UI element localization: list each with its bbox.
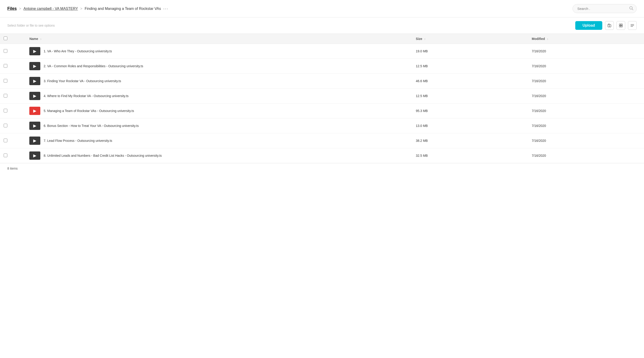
file-name[interactable]: 5. Managing a Team of Rockstar VAs - Out… (44, 109, 134, 113)
upload-button[interactable]: Upload (575, 21, 602, 30)
row-name-cell: ▶ 4. Where to Find My Rockstar VA - Outs… (26, 89, 412, 103)
row-modified-cell: 7/16/2020 (528, 103, 644, 118)
play-icon: ▶ (33, 64, 36, 69)
items-count: 8 items (7, 167, 18, 170)
sort-button[interactable] (628, 21, 637, 30)
svg-rect-7 (619, 26, 621, 27)
row-checkbox-7[interactable] (4, 139, 7, 142)
table-row: ▶ 1. VA - Who Are They - Outsourcing uni… (0, 44, 644, 59)
file-modified: 7/16/2020 (532, 109, 546, 113)
play-icon: ▶ (33, 79, 36, 84)
play-icon: ▶ (33, 138, 36, 143)
header: Files > Antoine campbell - VA MASTERY > … (0, 0, 644, 18)
file-modified: 7/16/2020 (532, 49, 546, 53)
file-name[interactable]: 1. VA - Who Are They - Outsourcing unive… (44, 49, 112, 53)
row-checkbox-8[interactable] (4, 153, 7, 157)
row-modified-cell: 7/16/2020 (528, 59, 644, 74)
row-checkbox-cell (0, 133, 26, 148)
file-thumbnail: ▶ (29, 151, 40, 160)
file-thumbnail: ▶ (29, 92, 40, 100)
row-name-cell: ▶ 1. VA - Who Are They - Outsourcing uni… (26, 44, 412, 59)
row-checkbox-3[interactable] (4, 79, 7, 83)
row-modified-cell: 7/16/2020 (528, 118, 644, 133)
file-thumbnail: ▶ (29, 62, 40, 70)
file-row-name: ▶ 4. Where to Find My Rockstar VA - Outs… (29, 92, 408, 100)
row-checkbox-4[interactable] (4, 94, 7, 98)
name-sort-icon: ↑ (40, 38, 42, 40)
row-checkbox-cell (0, 103, 26, 118)
row-size-cell: 38.2 MB (412, 133, 528, 148)
search-container (572, 4, 637, 13)
svg-rect-8 (621, 26, 622, 27)
table-row: ▶ 6. Bonus Section - How to Treat Your V… (0, 118, 644, 133)
row-size-cell: 13.0 MB (412, 118, 528, 133)
file-size: 32.5 MB (416, 154, 428, 157)
row-modified-cell: 7/16/2020 (528, 133, 644, 148)
header-checkbox-cell (0, 34, 26, 44)
play-icon: ▶ (33, 123, 36, 128)
play-icon: ▶ (33, 153, 36, 158)
file-row-name: ▶ 5. Managing a Team of Rockstar VAs - O… (29, 107, 408, 115)
breadcrumb-current: Finding and Managing a Team of Rockstar … (84, 7, 161, 11)
svg-rect-6 (621, 24, 622, 25)
file-name[interactable]: 4. Where to Find My Rockstar VA - Outsou… (44, 94, 128, 98)
file-size: 95.3 MB (416, 109, 428, 113)
row-size-cell: 12.5 MB (412, 59, 528, 74)
breadcrumb-files[interactable]: Files (7, 6, 17, 11)
col-header-modified[interactable]: Modified ↑ (528, 34, 644, 44)
row-modified-cell: 7/16/2020 (528, 89, 644, 103)
breadcrumb-sep-2: > (80, 7, 82, 11)
file-modified: 7/16/2020 (532, 94, 546, 98)
breadcrumb-parent[interactable]: Antoine campbell - VA MASTERY (23, 7, 78, 11)
row-checkbox-cell (0, 59, 26, 74)
table-row: ▶ 2. VA - Common Roles and Responsibilit… (0, 59, 644, 74)
table-row: ▶ 4. Where to Find My Rockstar VA - Outs… (0, 89, 644, 103)
file-thumbnail: ▶ (29, 122, 40, 130)
file-name[interactable]: 3. Finding Your Rockstar VA - Outsourcin… (44, 79, 121, 83)
file-row-name: ▶ 1. VA - Who Are They - Outsourcing uni… (29, 47, 408, 55)
row-size-cell: 95.3 MB (412, 103, 528, 118)
footer: 8 items (0, 163, 644, 173)
row-checkbox-1[interactable] (4, 49, 7, 53)
file-name[interactable]: 6. Bonus Section - How to Treat Your VA … (44, 124, 138, 128)
file-thumbnail: ▶ (29, 136, 40, 145)
file-name[interactable]: 8. Unlimited Leads and Numbers - Bad Cre… (44, 154, 162, 157)
row-checkbox-2[interactable] (4, 64, 7, 68)
file-modified: 7/16/2020 (532, 79, 546, 83)
row-checkbox-cell (0, 118, 26, 133)
row-name-cell: ▶ 3. Finding Your Rockstar VA - Outsourc… (26, 74, 412, 89)
row-name-cell: ▶ 8. Unlimited Leads and Numbers - Bad C… (26, 148, 412, 163)
file-row-name: ▶ 2. VA - Common Roles and Responsibilit… (29, 62, 408, 70)
col-header-name[interactable]: Name ↑ (26, 34, 412, 44)
file-modified: 7/16/2020 (532, 154, 546, 157)
col-header-size[interactable]: Size ↑ (412, 34, 528, 44)
breadcrumb-more-button[interactable]: ··· (163, 6, 168, 11)
file-row-name: ▶ 8. Unlimited Leads and Numbers - Bad C… (29, 151, 408, 160)
row-modified-cell: 7/16/2020 (528, 74, 644, 89)
row-modified-cell: 7/16/2020 (528, 44, 644, 59)
row-name-cell: ▶ 6. Bonus Section - How to Treat Your V… (26, 118, 412, 133)
file-modified: 7/16/2020 (532, 124, 546, 128)
row-size-cell: 32.5 MB (412, 148, 528, 163)
row-checkbox-6[interactable] (4, 124, 7, 127)
file-row-name: ▶ 3. Finding Your Rockstar VA - Outsourc… (29, 77, 408, 85)
file-size: 13.0 MB (416, 124, 428, 128)
row-checkbox-5[interactable] (4, 109, 7, 112)
row-size-cell: 12.5 MB (412, 89, 528, 103)
svg-rect-5 (619, 24, 621, 25)
file-name[interactable]: 2. VA - Common Roles and Responsibilitie… (44, 64, 143, 68)
file-modified: 7/16/2020 (532, 139, 546, 142)
file-modified: 7/16/2020 (532, 64, 546, 68)
row-checkbox-cell (0, 148, 26, 163)
toolbar-actions: Upload (575, 21, 637, 30)
table-row: ▶ 7. Lead Flow Process - Outsourcing uni… (0, 133, 644, 148)
row-checkbox-cell (0, 89, 26, 103)
grid-view-button[interactable] (616, 21, 625, 30)
add-folder-button[interactable] (605, 21, 614, 30)
search-input[interactable] (572, 4, 637, 13)
table-header-row: Name ↑ Size ↑ Modified ↑ (0, 34, 644, 44)
file-name[interactable]: 7. Lead Flow Process - Outsourcing unive… (44, 139, 112, 142)
select-all-checkbox[interactable] (4, 37, 7, 40)
file-row-name: ▶ 7. Lead Flow Process - Outsourcing uni… (29, 136, 408, 145)
search-icon[interactable] (629, 6, 634, 12)
